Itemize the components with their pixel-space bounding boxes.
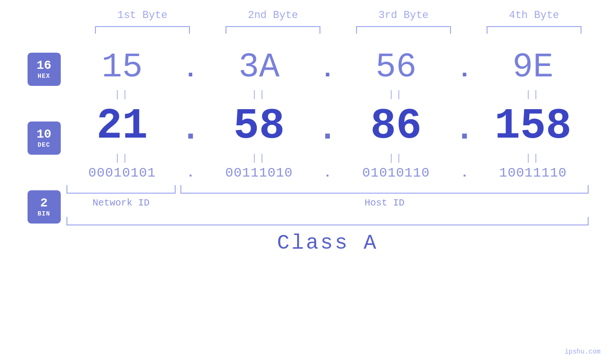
bin-val-2: 00111010 bbox=[207, 166, 311, 180]
main-container: 1st Byte 2nd Byte 3rd Byte 4th Byte 16 H… bbox=[0, 0, 610, 364]
bin-dot-3: . bbox=[455, 166, 474, 180]
byte-label-4: 4th Byte bbox=[482, 9, 586, 21]
class-label: Class A bbox=[66, 231, 589, 255]
hex-val-1: 15 bbox=[70, 48, 174, 87]
bracket-top-3 bbox=[356, 26, 451, 34]
network-id-bracket bbox=[66, 185, 176, 194]
bracket-top-2 bbox=[225, 26, 320, 34]
eq-3: || bbox=[344, 89, 448, 100]
bin-badge-number: 2 bbox=[40, 196, 48, 210]
badges-column: 16 HEX 10 DEC 2 BIN bbox=[0, 48, 66, 224]
dec-badge-number: 10 bbox=[37, 128, 51, 141]
host-id-label: Host ID bbox=[180, 197, 589, 208]
hex-badge-text: HEX bbox=[38, 73, 50, 80]
values-wrapper: 15 . 3A . 56 . 9E || || bbox=[66, 48, 589, 255]
hex-dot-3: . bbox=[455, 56, 474, 84]
eq2-3: || bbox=[344, 153, 448, 164]
eq2-1: || bbox=[70, 153, 174, 164]
byte-label-2: 2nd Byte bbox=[221, 9, 325, 21]
network-id-label: Network ID bbox=[66, 197, 176, 208]
label-spacer bbox=[176, 197, 180, 208]
bin-dot-1: . bbox=[181, 166, 200, 180]
id-labels: Network ID Host ID bbox=[66, 197, 589, 208]
eq2-4: || bbox=[481, 153, 585, 164]
equals-row-1: || || || || bbox=[66, 87, 589, 102]
hex-dot-2: . bbox=[318, 56, 337, 84]
class-bracket-container: Class A bbox=[66, 217, 589, 255]
eq-4: || bbox=[481, 89, 585, 100]
top-brackets-row bbox=[77, 26, 600, 34]
dec-val-2: 58 bbox=[207, 102, 311, 150]
hex-dot-1: . bbox=[181, 56, 200, 84]
bin-badge: 2 BIN bbox=[28, 190, 61, 224]
equals-row-2: || || || || bbox=[66, 150, 589, 166]
watermark: ipshu.com bbox=[564, 348, 601, 355]
dec-val-4: 158 bbox=[481, 102, 585, 150]
dec-dot-1: . bbox=[181, 111, 200, 149]
eq2-2: || bbox=[207, 153, 311, 164]
bin-badge-text: BIN bbox=[38, 210, 50, 217]
dec-dot-3: . bbox=[455, 111, 474, 149]
eq-1: || bbox=[70, 89, 174, 100]
content-area: 16 HEX 10 DEC 2 BIN 15 . 3A bbox=[0, 48, 610, 255]
bottom-brackets-container bbox=[66, 185, 589, 194]
byte-label-3: 3rd Byte bbox=[351, 9, 456, 21]
hex-val-2: 3A bbox=[207, 48, 311, 87]
hex-badge-number: 16 bbox=[37, 59, 51, 73]
dec-badge: 10 DEC bbox=[28, 121, 61, 155]
dec-badge-text: DEC bbox=[38, 141, 50, 149]
byte-labels-row: 1st Byte 2nd Byte 3rd Byte 4th Byte bbox=[77, 9, 600, 21]
dec-val-3: 86 bbox=[344, 102, 448, 150]
bin-row: 00010101 . 00111010 . 01010110 . 1001111… bbox=[66, 166, 589, 180]
bin-val-3: 01010110 bbox=[344, 166, 448, 180]
bin-dot-2: . bbox=[318, 166, 337, 180]
host-id-bracket bbox=[180, 185, 589, 194]
dec-val-1: 21 bbox=[70, 102, 174, 150]
bracket-top-1 bbox=[95, 26, 190, 34]
byte-label-1: 1st Byte bbox=[90, 9, 195, 21]
bin-val-4: 10011110 bbox=[481, 166, 585, 180]
hex-val-3: 56 bbox=[344, 48, 448, 87]
bracket-top-4 bbox=[487, 26, 582, 34]
eq-2: || bbox=[207, 89, 311, 100]
class-bracket bbox=[66, 217, 589, 225]
hex-badge: 16 HEX bbox=[28, 53, 61, 86]
bin-val-1: 00010101 bbox=[70, 166, 174, 180]
hex-row: 15 . 3A . 56 . 9E bbox=[66, 48, 589, 87]
dec-row: 21 . 58 . 86 . 158 bbox=[66, 102, 589, 150]
dec-dot-2: . bbox=[318, 111, 337, 149]
hex-val-4: 9E bbox=[481, 48, 585, 87]
